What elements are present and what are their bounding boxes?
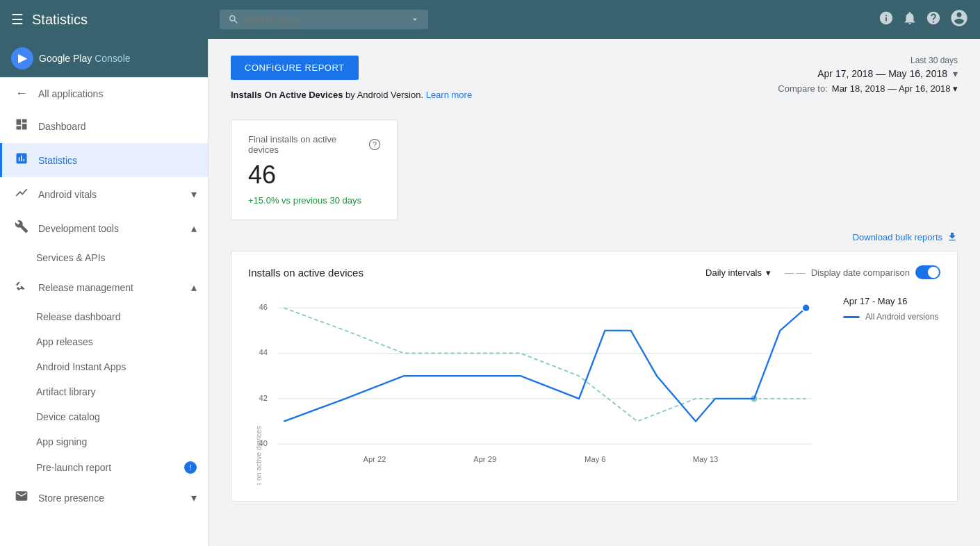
- subtitle-by: by: [345, 90, 355, 100]
- legend-item-all-android: All Android versions: [843, 312, 940, 322]
- dev-tools-icon: [13, 220, 30, 237]
- sidebar-item-back[interactable]: ← All applications: [0, 78, 208, 109]
- interval-label: Daily intervals: [705, 267, 762, 278]
- sidebar-item-app-signing[interactable]: App signing: [0, 429, 208, 454]
- chart-svg-wrap: 46 44 42 40 Installs on active devices: [248, 290, 832, 487]
- sidebar-item-label: App releases: [36, 336, 93, 347]
- change-suffix: vs previous 30 days: [281, 195, 361, 206]
- download-bulk-reports-link[interactable]: Download bulk reports: [231, 231, 958, 242]
- display-comparison: — — Display date comparison: [785, 265, 940, 279]
- sidebar-item-label: Release dashboard: [36, 311, 120, 322]
- chart-header: Installs on active devices Daily interva…: [248, 265, 940, 279]
- chevron-down-icon: ▾: [766, 267, 771, 278]
- configure-report-button[interactable]: CONFIGURE REPORT: [231, 56, 359, 80]
- info-circle-icon[interactable]: ?: [369, 139, 380, 150]
- chart-title: Installs on active devices: [248, 267, 364, 279]
- sidebar-item-release-management[interactable]: Release management ▴: [0, 270, 208, 304]
- chart-controls: Daily intervals ▾ — — Display date compa…: [705, 265, 940, 279]
- topbar: ☰ Statistics: [0, 0, 980, 39]
- menu-icon[interactable]: ☰: [11, 11, 24, 28]
- dashboard-icon: [13, 117, 30, 135]
- sidebar: ▶ Google Play Console ← All applications…: [0, 39, 209, 546]
- learn-more-link[interactable]: Learn more: [426, 90, 472, 100]
- sidebar-item-services-apis[interactable]: Services & APIs: [0, 245, 208, 270]
- sidebar-item-label: Development tools: [38, 223, 119, 234]
- legend-series-label: All Android versions: [865, 312, 938, 322]
- comparison-dash: — —: [785, 267, 806, 278]
- compare-row: Compare to: Mar 18, 2018 — Apr 16, 2018 …: [778, 83, 958, 94]
- sidebar-item-artifact-library[interactable]: Artifact library: [0, 379, 208, 404]
- sidebar-app-name: Google Play Console: [39, 53, 131, 64]
- topbar-title: Statistics: [32, 12, 88, 28]
- sidebar-item-statistics[interactable]: Statistics: [0, 143, 208, 177]
- sidebar-item-release-dashboard[interactable]: Release dashboard: [0, 304, 208, 329]
- comparison-label: Display date comparison: [811, 267, 910, 278]
- change-value: +15.0%: [248, 195, 279, 206]
- download-icon: [947, 231, 958, 242]
- legend-line-icon: [843, 316, 860, 318]
- date-range-select[interactable]: Apr 17, 2018 — May 16, 2018 ▾: [778, 68, 958, 79]
- chart-legend: Apr 17 - May 16 All Android versions: [843, 290, 940, 487]
- account-icon[interactable]: [949, 8, 969, 31]
- sidebar-item-android-vitals[interactable]: Android vitals ▾: [0, 177, 208, 211]
- sidebar-item-label: Services & APIs: [36, 252, 106, 263]
- layout: ▶ Google Play Console ← All applications…: [0, 39, 980, 546]
- sidebar-item-label: Store presence: [38, 493, 104, 504]
- sidebar-item-pre-launch[interactable]: Pre-launch report !: [0, 454, 208, 481]
- topbar-left: ☰ Statistics: [11, 11, 220, 28]
- sidebar-item-dashboard[interactable]: Dashboard: [0, 109, 208, 143]
- date-range-value: Apr 17, 2018 — May 16, 2018: [817, 68, 947, 79]
- topbar-right: [879, 8, 969, 31]
- subtitle-dimension: Android Version: [357, 90, 421, 100]
- download-label: Download bulk reports: [853, 232, 942, 242]
- subtitle-row: Installs On Active Devices by Android Ve…: [231, 90, 472, 100]
- chart-container: Installs on active devices Daily interva…: [231, 251, 958, 502]
- sidebar-item-app-releases[interactable]: App releases: [0, 329, 208, 354]
- sidebar-item-label: Artifact library: [36, 386, 96, 397]
- help-icon[interactable]: [926, 10, 941, 29]
- chevron-down-icon: ▾: [953, 83, 958, 94]
- installs-chart: 46 44 42 40 Installs on active devices: [248, 290, 832, 485]
- sidebar-item-store-presence[interactable]: Store presence ▾: [0, 481, 208, 515]
- sidebar-item-label: Pre-launch report: [36, 462, 111, 473]
- search-bar[interactable]: [220, 10, 428, 29]
- legend-date: Apr 17 - May 16: [843, 296, 940, 306]
- sidebar-item-label: Statistics: [38, 155, 77, 166]
- card-label: Final installs on active devices ?: [248, 134, 380, 155]
- sidebar-item-dev-tools[interactable]: Development tools ▴: [0, 211, 208, 245]
- info-icon[interactable]: [879, 10, 894, 29]
- date-range-label: Last 30 days: [778, 56, 958, 65]
- svg-point-14: [802, 304, 810, 312]
- compare-date-value: Mar 18, 2018 — Apr 16, 2018: [832, 83, 951, 94]
- svg-text:Installs on active devices: Installs on active devices: [255, 426, 263, 485]
- left-controls: CONFIGURE REPORT Installs On Active Devi…: [231, 56, 472, 108]
- sidebar-logo: ▶ Google Play Console: [0, 39, 208, 78]
- compare-date-select[interactable]: Mar 18, 2018 — Apr 16, 2018 ▾: [832, 83, 958, 94]
- chevron-down-icon: ▾: [191, 491, 197, 504]
- display-comparison-toggle[interactable]: [915, 265, 940, 279]
- date-range-section: Last 30 days Apr 17, 2018 — May 16, 2018…: [778, 56, 958, 94]
- bell-icon[interactable]: [902, 10, 917, 29]
- sidebar-item-label: Dashboard: [38, 121, 86, 132]
- store-icon: [13, 489, 30, 506]
- interval-select[interactable]: Daily intervals ▾: [705, 267, 771, 278]
- back-icon: ←: [13, 86, 30, 101]
- sidebar-item-label: Device catalog: [36, 411, 100, 422]
- chevron-down-icon: ▾: [953, 68, 958, 79]
- svg-text:Apr 22: Apr 22: [364, 455, 386, 463]
- search-input[interactable]: [245, 14, 405, 25]
- sidebar-item-label: Android Instant Apps: [36, 361, 126, 372]
- svg-text:Apr 29: Apr 29: [473, 455, 496, 463]
- chart-area: 46 44 42 40 Installs on active devices: [248, 290, 940, 487]
- main-content: CONFIGURE REPORT Installs On Active Devi…: [209, 39, 980, 546]
- sidebar-back-label: All applications: [38, 88, 103, 99]
- svg-text:May 13: May 13: [693, 455, 719, 463]
- chevron-up-icon: ▴: [191, 281, 197, 294]
- chevron-up-icon: ▴: [191, 222, 197, 235]
- sidebar-item-device-catalog[interactable]: Device catalog: [0, 404, 208, 429]
- sidebar-item-android-instant-apps[interactable]: Android Instant Apps: [0, 354, 208, 379]
- logo-icon: ▶: [11, 47, 33, 69]
- chevron-down-icon: ▾: [191, 188, 197, 201]
- sidebar-item-label: Android vitals: [38, 189, 97, 200]
- sidebar-item-label: Release management: [38, 282, 133, 293]
